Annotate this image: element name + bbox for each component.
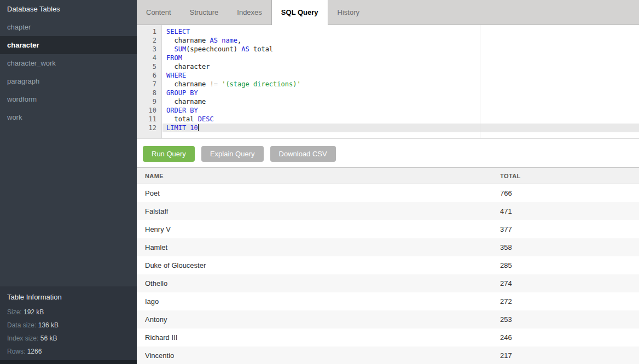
code-token: total — [166, 115, 198, 123]
code-token: total — [249, 45, 273, 53]
code-line[interactable]: charname AS name, — [162, 36, 639, 45]
line-number: 11 — [137, 115, 161, 124]
line-number-gutter: 123456789101112 — [137, 25, 162, 138]
result-row[interactable]: Hamlet358 — [137, 238, 639, 256]
table-info-row: Index size: 56 kB — [7, 332, 130, 345]
result-row[interactable]: Vincentio217 — [137, 347, 639, 364]
result-cell-name: Hamlet — [137, 238, 500, 256]
code-line[interactable]: SELECT — [162, 27, 639, 36]
tab-history[interactable]: History — [328, 0, 369, 25]
result-row[interactable]: Duke of Gloucester285 — [137, 256, 639, 274]
code-token: , — [237, 37, 241, 44]
result-cell-total: 246 — [500, 328, 639, 347]
result-cell-total: 358 — [500, 238, 639, 256]
result-cell-total: 272 — [500, 292, 639, 310]
code-token: != — [210, 80, 217, 88]
result-cell-name: Duke of Gloucester — [137, 256, 500, 274]
code-token: GROUP BY — [166, 89, 198, 97]
table-info-value: 192 kB — [24, 308, 44, 316]
code-token: (speechcount) — [186, 45, 241, 53]
code-line[interactable]: total DESC — [162, 115, 639, 124]
result-cell-total: 253 — [500, 310, 639, 328]
code-token: charname — [166, 80, 210, 88]
code-line[interactable]: LIMIT 10 — [162, 124, 639, 132]
result-cell-total: 217 — [500, 347, 639, 364]
result-cell-name: Falstaff — [137, 202, 500, 220]
table-information-title: Table Information — [7, 291, 130, 303]
table-info-value: 136 kB — [38, 321, 59, 329]
sidebar-item-character_work[interactable]: character_work — [0, 54, 137, 72]
code-line[interactable]: charname != '(stage directions)' — [162, 80, 639, 89]
sidebar-item-work[interactable]: work — [0, 108, 137, 126]
result-cell-name: Vincentio — [137, 347, 500, 364]
result-cell-total: 274 — [500, 274, 639, 292]
line-number: 1 — [137, 27, 161, 36]
code-line[interactable]: SUM(speechcount) AS total — [162, 45, 639, 54]
line-number: 8 — [137, 89, 161, 97]
code-line[interactable]: ORDER BY — [162, 106, 639, 115]
result-row[interactable]: Richard III246 — [137, 328, 639, 347]
column-header-name: NAME — [137, 168, 500, 184]
tab-content[interactable]: Content — [137, 0, 181, 25]
result-cell-name: Othello — [137, 274, 500, 292]
table-info-rows: Size: 192 kBData size: 136 kBIndex size:… — [7, 306, 130, 358]
result-row[interactable]: Iago272 — [137, 292, 639, 310]
query-button-row: Run QueryExplain QueryDownload CSV — [137, 139, 639, 167]
editor-pane-divider[interactable] — [480, 25, 480, 138]
code-token: SUM — [174, 45, 186, 53]
result-cell-total: 766 — [500, 184, 639, 202]
table-information-panel: Table Information Size: 192 kBData size:… — [0, 286, 137, 360]
result-cell-name: Henry V — [137, 220, 500, 238]
sql-code-area[interactable]: SELECT charname AS name, SUM(speechcount… — [162, 25, 639, 138]
table-info-label: Rows: — [7, 348, 27, 355]
code-token: ORDER BY — [166, 107, 198, 114]
tab-sql-query[interactable]: SQL Query — [271, 0, 328, 25]
sidebar-item-character[interactable]: character — [0, 36, 137, 54]
tab-structure[interactable]: Structure — [181, 0, 228, 25]
code-token: DESC — [198, 115, 214, 123]
result-cell-name: Antony — [137, 310, 500, 328]
code-token: charname — [166, 37, 210, 44]
table-info-row: Rows: 1266 — [7, 345, 130, 358]
code-token: LIMIT 10 — [166, 124, 198, 132]
code-token: charname — [166, 98, 206, 105]
table-info-label: Data size: — [7, 321, 38, 329]
result-row[interactable]: Poet766 — [137, 184, 639, 202]
table-info-value: 56 kB — [40, 334, 57, 342]
text-cursor — [198, 124, 199, 131]
sidebar-item-chapter[interactable]: chapter — [0, 18, 137, 36]
code-line[interactable]: WHERE — [162, 71, 639, 80]
code-line[interactable]: FROM — [162, 54, 639, 62]
code-line[interactable]: GROUP BY — [162, 89, 639, 97]
column-header-total: TOTAL — [500, 168, 639, 184]
download-csv-button[interactable]: Download CSV — [270, 146, 336, 162]
table-info-label: Size: — [7, 308, 24, 316]
result-cell-total: 285 — [500, 256, 639, 274]
line-number: 10 — [137, 106, 161, 115]
sidebar-item-paragraph[interactable]: paragraph — [0, 72, 137, 90]
code-token — [166, 45, 174, 53]
code-token: character — [166, 63, 210, 71]
sql-editor[interactable]: 123456789101112 SELECT charname AS name,… — [137, 25, 639, 139]
result-cell-total: 377 — [500, 220, 639, 238]
result-row[interactable]: Othello274 — [137, 274, 639, 292]
result-row[interactable]: Antony253 — [137, 310, 639, 328]
table-info-row: Size: 192 kB — [7, 306, 130, 319]
run-query-button[interactable]: Run Query — [143, 146, 195, 162]
result-row[interactable]: Henry V377 — [137, 220, 639, 238]
main-panel: ContentStructureIndexesSQL QueryHistory … — [137, 0, 639, 364]
result-row[interactable]: Falstaff471 — [137, 202, 639, 220]
sidebar-item-wordform[interactable]: wordform — [0, 90, 137, 108]
line-number: 2 — [137, 36, 161, 45]
explain-query-button[interactable]: Explain Query — [201, 146, 264, 162]
line-number: 9 — [137, 97, 161, 106]
results-table: NAME TOTAL Poet766Falstaff471Henry V377H… — [137, 167, 639, 364]
line-number: 3 — [137, 45, 161, 54]
code-line[interactable]: charname — [162, 97, 639, 106]
line-number: 5 — [137, 62, 161, 71]
code-line[interactable]: character — [162, 62, 639, 71]
line-number: 4 — [137, 54, 161, 62]
table-info-row: Data size: 136 kB — [7, 319, 130, 332]
tab-indexes[interactable]: Indexes — [228, 0, 271, 25]
code-token: AS — [241, 45, 249, 53]
